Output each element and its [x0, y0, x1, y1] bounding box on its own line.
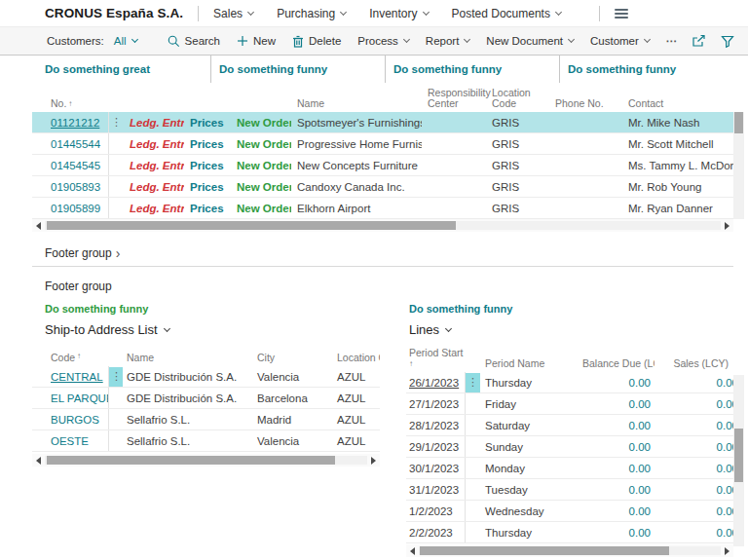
nav-purchasing[interactable]: Purchasing	[277, 7, 346, 20]
lines-row[interactable]: 2/2/2023 Thursday 0.00 0.00	[406, 522, 733, 543]
column-header-contact[interactable]: Contact	[622, 98, 733, 109]
nav-sales[interactable]: Sales	[213, 7, 253, 20]
balance-due-value[interactable]: 0.00	[579, 420, 654, 431]
lines-row[interactable]: 27/1/2023 Friday 0.00 0.00	[406, 393, 733, 415]
prices-link[interactable]: Prices	[190, 203, 224, 214]
ship-to-code-link[interactable]: OESTE	[51, 435, 89, 447]
process-menu[interactable]: Process	[357, 35, 409, 47]
filter-button[interactable]	[721, 35, 734, 48]
ledger-entries-link[interactable]: Ledg. Entries	[130, 117, 184, 129]
footer-group-collapsed[interactable]: Footer group ›	[32, 232, 733, 267]
prices-link[interactable]: Prices	[190, 160, 224, 171]
scrollbar-thumb[interactable]	[420, 546, 669, 555]
row-menu-button[interactable]: ⋮	[109, 116, 124, 129]
scrollbar-thumb[interactable]	[47, 456, 335, 465]
new-document-menu[interactable]: New Document	[486, 35, 574, 47]
new-order-link[interactable]: New Order	[237, 138, 291, 150]
ledger-entries-link[interactable]: Ledg. Entries	[130, 203, 184, 214]
tab-do-something-great[interactable]: Do something great	[32, 56, 210, 83]
row-menu-button[interactable]: ⋮	[109, 367, 123, 387]
sales-value[interactable]: 0.00	[654, 484, 733, 496]
period-start-link[interactable]: 26/1/2023	[409, 377, 459, 389]
customer-row[interactable]: 01454545 Ledg. Entries Prices New Order …	[32, 155, 733, 176]
column-header-responsibility-center[interactable]: Responsibility Center	[422, 88, 486, 109]
column-header-location-code[interactable]: Location Code	[486, 88, 549, 109]
lines-caption[interactable]: Lines	[406, 322, 733, 337]
search-button[interactable]: Search	[168, 35, 220, 48]
lines-row[interactable]: 26/1/2023 ⋮ Thursday 0.00 0.00	[406, 372, 733, 393]
lines-row[interactable]: 28/1/2023 Saturday 0.00 0.00	[406, 415, 733, 436]
row-menu-button[interactable]: ⋮	[466, 373, 481, 392]
column-header-code[interactable]: Code↑	[32, 352, 109, 363]
sales-value[interactable]: 0.00	[654, 398, 733, 410]
customer-no-link[interactable]: 01454545	[51, 160, 100, 171]
scroll-right-arrow[interactable]	[721, 222, 733, 230]
customer-row[interactable]: 01905899 Ledg. Entries Prices New Order …	[32, 198, 733, 219]
customer-no-link[interactable]: 01445544	[51, 138, 100, 150]
prices-link[interactable]: Prices	[190, 117, 224, 129]
new-order-link[interactable]: New Order	[237, 160, 291, 171]
balance-due-value[interactable]: 0.00	[579, 441, 654, 453]
column-header-sales[interactable]: Sales (LCY)	[654, 357, 733, 369]
sales-value[interactable]: 0.00	[654, 505, 733, 517]
period-start[interactable]: 30/1/2023	[406, 458, 466, 478]
period-start[interactable]: 29/1/2023	[406, 436, 466, 457]
balance-due-value[interactable]: 0.00	[579, 505, 654, 517]
more-options-button[interactable]: ⋯	[666, 34, 679, 48]
tab-do-something-funny-3[interactable]: Do something funny	[559, 56, 733, 83]
scrollbar-thumb[interactable]	[734, 429, 743, 482]
scroll-left-arrow[interactable]	[406, 547, 419, 555]
customer-menu[interactable]: Customer	[590, 35, 650, 47]
sales-value[interactable]: 0.00	[654, 377, 733, 389]
period-start[interactable]: 31/1/2023	[406, 479, 466, 500]
customer-no-link[interactable]: 01905899	[51, 203, 100, 214]
period-start[interactable]: 28/1/2023	[406, 415, 466, 435]
balance-due-value[interactable]: 0.00	[579, 484, 654, 496]
column-header-city[interactable]: City	[253, 352, 333, 363]
location-code-cell[interactable]: GRIS	[492, 117, 519, 129]
lines-row[interactable]: 31/1/2023 Tuesday 0.00 0.00	[406, 479, 733, 501]
balance-due-value[interactable]: 0.00	[579, 527, 654, 539]
lines-horizontal-scrollbar[interactable]	[406, 544, 733, 557]
column-header-name[interactable]: Name	[123, 352, 253, 363]
sales-value[interactable]: 0.00	[654, 527, 733, 539]
period-start[interactable]: 2/2/2023	[406, 522, 466, 542]
ship-to-row[interactable]: CENTRAL ⋮ GDE Distribución S.A. Valencia…	[32, 366, 380, 388]
prices-link[interactable]: Prices	[190, 138, 224, 150]
footer-group-expanded[interactable]: Footer group	[45, 267, 748, 293]
column-header-phone-no[interactable]: Phone No.	[549, 98, 622, 109]
customer-no-link[interactable]: 01905893	[51, 181, 100, 193]
scroll-left-arrow[interactable]	[32, 457, 45, 465]
lines-row[interactable]: 30/1/2023 Monday 0.00 0.00	[406, 458, 733, 479]
scroll-right-arrow[interactable]	[721, 547, 733, 555]
lines-section-header[interactable]: Do something funny	[406, 303, 733, 315]
ship-to-row[interactable]: EL PARQUE GDE Distribución S.A. Barcelon…	[32, 388, 380, 409]
customer-row[interactable]: 01121212 ⋮ Ledg. Entries Prices New Orde…	[32, 112, 733, 133]
sales-value[interactable]: 0.00	[654, 463, 733, 474]
ship-to-row[interactable]: BURGOS Sellafrio S.L. Madrid AZUL	[32, 409, 380, 430]
balance-due-value[interactable]: 0.00	[579, 398, 654, 410]
tab-do-something-funny-2[interactable]: Do something funny	[385, 56, 559, 83]
customer-row[interactable]: 01445544 Ledg. Entries Prices New Order …	[32, 133, 733, 155]
period-start[interactable]: 1/2/2023	[406, 501, 466, 521]
lines-row[interactable]: 29/1/2023 Sunday 0.00 0.00	[406, 436, 733, 458]
customer-row[interactable]: 01905893 Ledg. Entries Prices New Order …	[32, 176, 733, 198]
period-start[interactable]: 27/1/2023	[406, 393, 466, 414]
new-order-link[interactable]: New Order	[237, 181, 291, 193]
new-order-link[interactable]: New Order	[237, 203, 291, 214]
ship-to-code-link[interactable]: BURGOS	[51, 414, 99, 426]
report-menu[interactable]: Report	[426, 35, 470, 47]
sales-value[interactable]: 0.00	[654, 420, 733, 431]
ship-to-code-link[interactable]: CENTRAL	[51, 371, 103, 383]
ship-to-location-code[interactable]: AZUL	[337, 371, 365, 383]
nav-posted-documents[interactable]: Posted Documents	[452, 7, 561, 20]
balance-due-value[interactable]: 0.00	[579, 463, 654, 474]
column-header-name[interactable]: Name	[291, 98, 422, 109]
scroll-left-arrow[interactable]	[32, 222, 45, 230]
sales-value[interactable]: 0.00	[654, 441, 733, 453]
lines-row[interactable]: 1/2/2023 Wednesday 0.00 0.00	[406, 501, 733, 522]
filter-all-button[interactable]: All	[114, 35, 137, 47]
balance-due-value[interactable]: 0.00	[579, 377, 654, 389]
column-header-period-start[interactable]: Period Start↑	[406, 348, 466, 369]
column-header-location-code[interactable]: Location Co	[333, 352, 380, 363]
